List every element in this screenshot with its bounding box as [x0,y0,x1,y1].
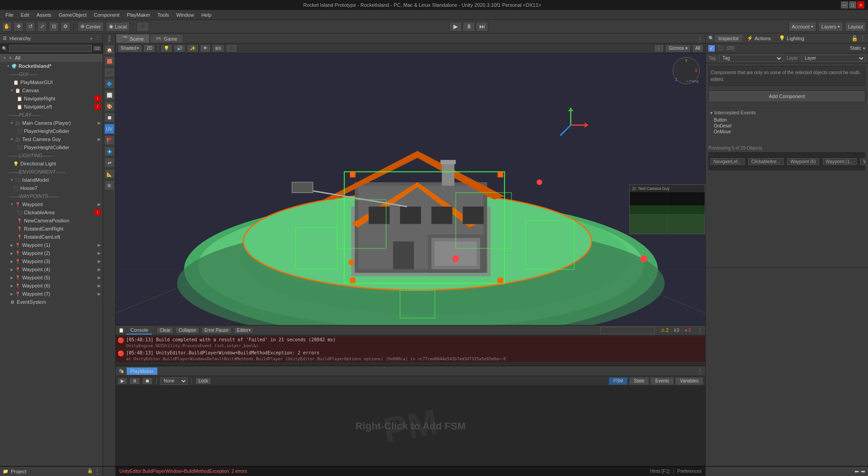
scene-more-btn[interactable]: ⋮ [654,44,664,52]
console-line-1[interactable]: 🔴 [05:48:13] Build completed with a resu… [116,336,705,349]
object-checkbox[interactable]: ✓ [708,45,715,52]
menu-tools[interactable]: Tools [154,11,173,19]
pm-state-tab[interactable]: State [629,377,649,385]
pm-menu-btn[interactable]: ⋮ [697,368,703,374]
icon-btn-4[interactable]: 🔷 [104,79,114,89]
pm-play-btn[interactable]: ▶ [118,377,127,385]
tool-move[interactable]: ✥ [14,22,24,32]
hierarchy-add-btn[interactable]: + [90,35,93,42]
clear-btn[interactable]: Clear [156,327,174,334]
scene-settings-icon[interactable]: ⋮ [697,37,703,43]
skybox-btn[interactable]: ⬛ [226,44,237,52]
tree-item-navigate-left[interactable]: 📋 NavigateLeft ! [0,103,103,111]
layer-select[interactable]: Layer [802,55,865,62]
game-tab[interactable]: 🎮 Game [150,34,183,43]
status-error-text[interactable]: UnityEditor.BuildPlayerWindow+BuildMetho… [119,469,247,474]
menu-playmaker[interactable]: PlayMaker [123,11,154,19]
object-chip-4[interactable]: Waypoint (5) [860,158,865,165]
scene-tab[interactable]: 🎬 Scene [116,34,150,43]
layout-btn[interactable]: Layout [845,22,866,32]
playmaker-fsm-area[interactable]: PM Right-Click to Add FSM [116,386,705,466]
objects-scroll[interactable]: NavigateLef... ClickableAre... Waypoint … [708,152,865,170]
tree-item-waypoint-3[interactable]: ▶ 📍 Waypoint (3) ▶ [0,257,103,265]
error-pause-btn[interactable]: Error Pause [201,327,231,334]
tree-item-waypoint-7[interactable]: ▶ 📍 Waypoint (7) ▶ [0,290,103,298]
object-chip-1[interactable]: ClickableAre... [748,158,783,165]
tree-item-event-system[interactable]: ⚙ EventSystem [0,298,103,306]
project-menu-btn[interactable]: ⋮ [94,468,100,475]
gizmos-btn[interactable]: Gizmos ▾ [665,44,691,52]
tree-item-playmaker-gui[interactable]: 📋 PlayMakerGUI [0,78,103,86]
intercepted-arrow[interactable]: ▾ [710,110,712,115]
object-chip-3[interactable]: Waypoint (1... [823,158,857,165]
orientation-gizmo[interactable]: Y X Z < Persp [673,57,700,84]
step-btn[interactable]: ⏭ [476,22,488,32]
console-search-input[interactable] [600,327,655,334]
icon-btn-8[interactable]: UV [104,124,114,134]
tag-select[interactable]: Tag [719,55,783,62]
tool-transform[interactable]: ⚙ [61,22,71,32]
tree-item-player-collider-1[interactable]: ⬛ PlayerHeightCollider [0,127,103,135]
tool-hand[interactable]: ✋ [2,22,12,32]
scene-visibility-btn[interactable]: 👁 [200,44,211,52]
collab-btn[interactable]: ⬛ [137,22,149,32]
icon-btn-1[interactable]: 🏠 [104,45,114,55]
tree-item-rotated-cam-left[interactable]: 📍 RotatedCamLeft [0,233,103,241]
scene-viewport[interactable]: Y X Z < Persp 🎥 Test Camera Guy [116,53,705,325]
menu-gameobject[interactable]: GameObject [55,11,90,19]
static-dropdown-icon[interactable]: ▾ [863,46,865,51]
hierarchy-search-input[interactable] [9,45,92,52]
transform-center-btn[interactable]: ⊕ Center [77,22,104,32]
menu-help[interactable]: Help [198,11,215,19]
pause-btn[interactable]: ⏸ [462,22,475,32]
icon-btn-3[interactable]: ⬛ [104,67,114,77]
audio-btn[interactable]: 🔊 [174,44,185,52]
account-btn[interactable]: Account ▾ [788,22,816,32]
mode-2d-btn[interactable]: 2D [143,44,156,52]
tool-rotate[interactable]: ↺ [25,22,35,32]
icon-btn-9[interactable]: 🚩 [104,135,114,145]
tree-item-waypoint-6[interactable]: ▶ 📍 Waypoint (6) ▶ [0,282,103,290]
collapse-btn[interactable]: Collapse [175,327,199,334]
object-chip-2[interactable]: Waypoint (6) [787,158,819,165]
tool-scale[interactable]: ⤢ [37,22,47,32]
maximize-btn[interactable]: □ [849,1,856,9]
tree-item-waypoint-2[interactable]: ▶ 📍 Waypoint (2) ▶ [0,249,103,257]
add-component-btn[interactable]: Add Component [708,90,865,102]
actions-tab[interactable]: ⚡ Actions [743,34,774,42]
tree-item-island-model[interactable]: ▾ ⬛ IslandModel [0,176,103,184]
playmaker-tab[interactable]: PlayMaker [127,368,157,375]
object-chip-0[interactable]: NavigateLef... [710,158,745,165]
preferences-btn[interactable]: Preferences [677,469,702,474]
bottom-right-btn-2[interactable]: ➡ [861,468,865,475]
icon-btn-2[interactable]: 🧱 [104,56,114,66]
icon-btn-7[interactable]: 🔲 [104,113,114,123]
menu-component[interactable]: Component [90,11,123,19]
tree-item-house7[interactable]: ⬛ House7 [0,184,103,192]
layers-btn[interactable]: Layers ▾ [818,22,843,32]
shading-dropdown[interactable]: Shaded ▾ [118,44,142,52]
pm-fsm-tab[interactable]: FSM [609,377,628,385]
grid-btn[interactable]: ⊞5 [212,44,224,52]
tree-item-waypoint-5[interactable]: ▶ 📍 Waypoint (5) ▶ [0,273,103,282]
minimize-btn[interactable]: ─ [841,1,848,9]
lighting-btn[interactable]: 💡 [160,44,172,52]
tree-item-waypoint-4[interactable]: ▶ 📍 Waypoint (4) ▶ [0,265,103,273]
tree-item-dir-light[interactable]: 💡 Directional Light [0,160,103,168]
editor-dropdown-btn[interactable]: Editor ▾ [234,327,254,334]
tree-item-new-cam-pos[interactable]: 📍 NewCameraPosition [0,217,103,225]
icon-btn-10[interactable]: 💠 [104,146,114,156]
tree-item-all[interactable]: ▾ ≡ All [0,54,103,62]
icon-btn-13[interactable]: ⚙ [104,180,114,190]
tree-item-main-camera[interactable]: ▾ 🎥 Main Camera (Player) ▶ [0,119,103,127]
menu-assets[interactable]: Assets [33,11,55,19]
fx-btn[interactable]: ✨ [187,44,198,52]
tree-item-rotated-cam-right[interactable]: 📍 RotatedCamRight [0,225,103,233]
inspector-menu-btn[interactable]: ⋮ [860,35,865,42]
bottom-right-btn-1[interactable]: ⬅ [854,468,859,475]
menu-file[interactable]: File [2,11,17,19]
inspector-tab[interactable]: Inspector [715,35,742,42]
search-scene-btn[interactable]: All [692,44,703,52]
tree-item-waypoint[interactable]: ▾ 📍 Waypoint ▶ [0,200,103,208]
pm-fsm-select[interactable]: None [160,377,188,385]
